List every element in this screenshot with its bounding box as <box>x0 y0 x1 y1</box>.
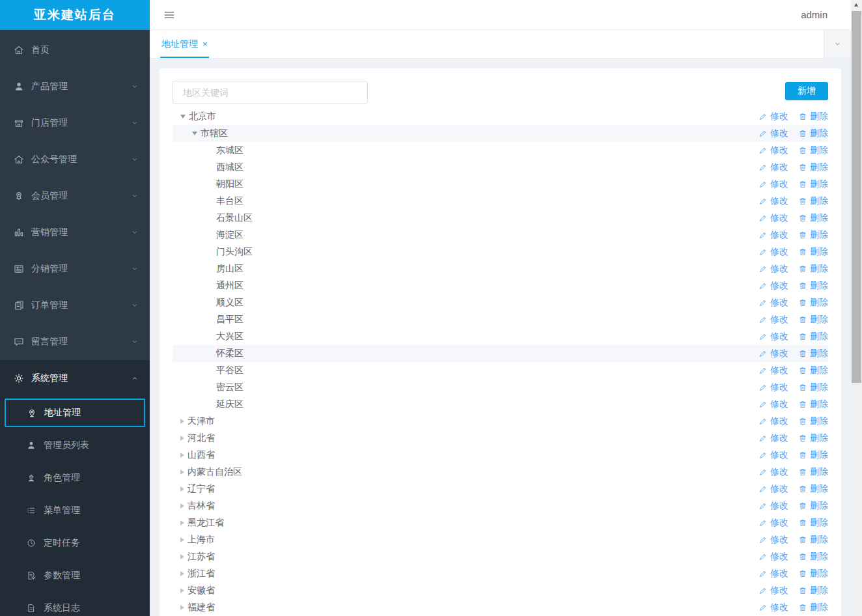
sidebar-item-home[interactable]: 首页 <box>0 32 150 68</box>
edit-link[interactable]: 修改 <box>758 534 788 546</box>
edit-link[interactable]: 修改 <box>758 568 788 580</box>
tree-expand-arrow-icon[interactable] <box>180 605 184 610</box>
tree-row[interactable]: 上海市修改删除 <box>173 531 828 548</box>
edit-link[interactable]: 修改 <box>758 517 788 529</box>
sidebar-item-members[interactable]: 会员管理 <box>0 178 150 214</box>
edit-link[interactable]: 修改 <box>758 178 788 190</box>
edit-link[interactable]: 修改 <box>758 449 788 461</box>
delete-link[interactable]: 删除 <box>798 399 828 410</box>
delete-link[interactable]: 删除 <box>798 331 828 343</box>
edit-link[interactable]: 修改 <box>758 331 788 343</box>
tree-collapse-arrow-icon[interactable] <box>192 132 197 135</box>
edit-link[interactable]: 修改 <box>758 280 788 292</box>
edit-link[interactable]: 修改 <box>758 348 788 359</box>
edit-link[interactable]: 修改 <box>758 195 788 207</box>
tree-row[interactable]: 延庆区修改删除 <box>173 396 828 413</box>
tree-row[interactable]: 天津市修改删除 <box>173 413 828 430</box>
delete-link[interactable]: 删除 <box>798 517 828 529</box>
tree-expand-arrow-icon[interactable] <box>180 503 184 509</box>
delete-link[interactable]: 删除 <box>798 483 828 495</box>
delete-link[interactable]: 删除 <box>798 415 828 427</box>
tree-row[interactable]: 内蒙古自治区修改删除 <box>173 464 828 481</box>
delete-link[interactable]: 删除 <box>798 297 828 309</box>
tree-expand-arrow-icon[interactable] <box>180 453 184 458</box>
sidebar-item-orders[interactable]: 订单管理 <box>0 287 150 324</box>
tree-row[interactable]: 门头沟区修改删除 <box>173 244 828 260</box>
edit-link[interactable]: 修改 <box>758 314 788 326</box>
edit-link[interactable]: 修改 <box>758 246 788 258</box>
tree-row[interactable]: 房山区修改删除 <box>173 260 828 277</box>
edit-link[interactable]: 修改 <box>758 161 788 173</box>
edit-link[interactable]: 修改 <box>758 382 788 393</box>
tree-row[interactable]: 昌平区修改删除 <box>173 311 828 328</box>
edit-link[interactable]: 修改 <box>758 128 788 139</box>
tree-expand-arrow-icon[interactable] <box>180 520 184 525</box>
tree-collapse-arrow-icon[interactable] <box>180 115 186 119</box>
tree-row[interactable]: 浙江省修改删除 <box>173 565 828 582</box>
sidebar-item-system[interactable]: 系统管理 <box>0 360 150 397</box>
delete-link[interactable]: 删除 <box>798 145 828 156</box>
sidebar-item-distribution[interactable]: 分销管理 <box>0 251 150 287</box>
delete-link[interactable]: 删除 <box>798 111 828 122</box>
user-menu[interactable]: admin <box>801 9 827 20</box>
tree-row[interactable]: 通州区修改删除 <box>173 277 828 294</box>
tree-expand-arrow-icon[interactable] <box>180 554 184 559</box>
page-scrollbar[interactable] <box>851 0 862 616</box>
tree-row[interactable]: 朝阳区修改删除 <box>173 176 828 193</box>
tree-row[interactable]: 西城区修改删除 <box>173 159 828 176</box>
delete-link[interactable]: 删除 <box>798 568 828 580</box>
tree-expand-arrow-icon[interactable] <box>180 486 184 492</box>
edit-link[interactable]: 修改 <box>758 551 788 563</box>
sidebar-item-stores[interactable]: 门店管理 <box>0 105 150 141</box>
sidebar-item-admins[interactable]: 管理员列表 <box>0 429 150 462</box>
edit-link[interactable]: 修改 <box>758 602 788 613</box>
delete-link[interactable]: 删除 <box>798 534 828 546</box>
delete-link[interactable]: 删除 <box>798 432 828 444</box>
tree-row[interactable]: 密云区修改删除 <box>173 379 828 396</box>
tree-expand-arrow-icon[interactable] <box>180 436 184 441</box>
tree-expand-arrow-icon[interactable] <box>180 469 184 475</box>
sidebar-item-logs[interactable]: 系统日志 <box>0 592 150 616</box>
delete-link[interactable]: 删除 <box>798 466 828 478</box>
tab-address-management[interactable]: 地址管理 × <box>160 30 209 58</box>
sidebar-item-menus[interactable]: 菜单管理 <box>0 494 150 527</box>
tree-row[interactable]: 东城区修改删除 <box>173 142 828 159</box>
edit-link[interactable]: 修改 <box>758 111 788 122</box>
delete-link[interactable]: 删除 <box>798 348 828 359</box>
delete-link[interactable]: 删除 <box>798 551 828 563</box>
delete-link[interactable]: 删除 <box>798 449 828 461</box>
tree-row[interactable]: 怀柔区修改删除 <box>173 345 828 362</box>
edit-link[interactable]: 修改 <box>758 415 788 427</box>
sidebar-item-params[interactable]: 参数管理 <box>0 559 150 592</box>
sidebar-item-address[interactable]: 地址管理 <box>5 399 145 427</box>
edit-link[interactable]: 修改 <box>758 466 788 478</box>
delete-link[interactable]: 删除 <box>798 585 828 596</box>
tabs-dropdown-button[interactable] <box>824 30 851 58</box>
tree-row[interactable]: 海淀区修改删除 <box>173 227 828 244</box>
delete-link[interactable]: 删除 <box>798 229 828 241</box>
tree-row[interactable]: 北京市修改删除 <box>173 108 828 125</box>
edit-link[interactable]: 修改 <box>758 483 788 495</box>
scroll-up-arrow-icon[interactable] <box>854 3 858 7</box>
delete-link[interactable]: 删除 <box>798 246 828 258</box>
edit-link[interactable]: 修改 <box>758 263 788 275</box>
tree-row[interactable]: 福建省修改删除 <box>173 599 828 616</box>
tree-row[interactable]: 吉林省修改删除 <box>173 497 828 514</box>
delete-link[interactable]: 删除 <box>798 314 828 326</box>
edit-link[interactable]: 修改 <box>758 145 788 156</box>
delete-link[interactable]: 删除 <box>798 161 828 173</box>
tree-row[interactable]: 市辖区修改删除 <box>173 125 828 142</box>
tree-row[interactable]: 顺义区修改删除 <box>173 294 828 311</box>
tree-row[interactable]: 丰台区修改删除 <box>173 193 828 210</box>
edit-link[interactable]: 修改 <box>758 229 788 241</box>
delete-link[interactable]: 删除 <box>798 280 828 292</box>
delete-link[interactable]: 删除 <box>798 178 828 190</box>
delete-link[interactable]: 删除 <box>798 365 828 376</box>
edit-link[interactable]: 修改 <box>758 212 788 224</box>
add-button[interactable]: 新增 <box>785 82 828 100</box>
tree-row[interactable]: 辽宁省修改删除 <box>173 481 828 497</box>
edit-link[interactable]: 修改 <box>758 297 788 309</box>
tree-row[interactable]: 大兴区修改删除 <box>173 328 828 345</box>
hamburger-menu-icon[interactable] <box>163 8 176 21</box>
tree-row[interactable]: 山西省修改删除 <box>173 447 828 464</box>
